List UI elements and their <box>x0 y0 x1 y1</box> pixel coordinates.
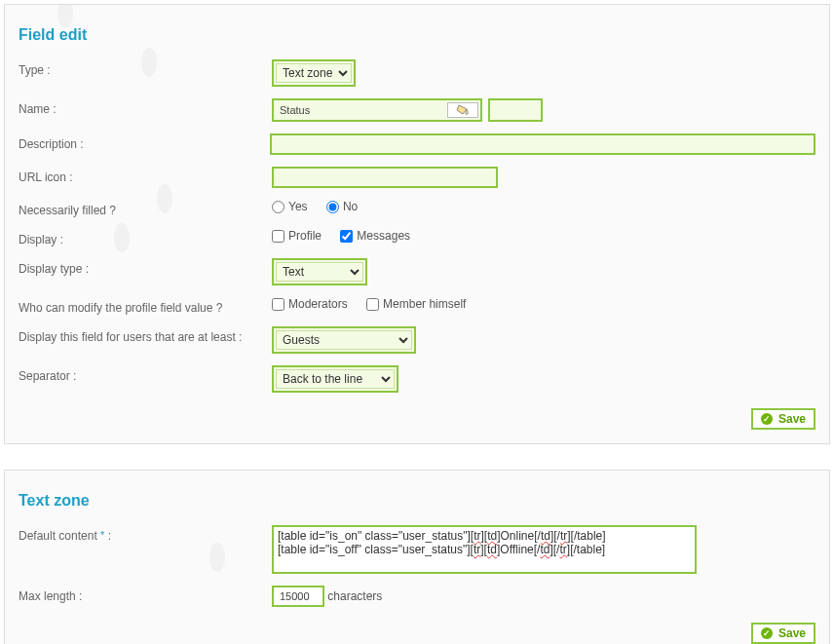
save-button[interactable]: Save <box>751 408 815 430</box>
url-icon-input[interactable] <box>272 167 498 188</box>
label-default-content: Default content * : <box>19 525 272 543</box>
label-display: Display : <box>19 229 272 246</box>
display-level-select[interactable]: Guests <box>276 330 412 350</box>
check-circle-icon <box>761 627 773 639</box>
field-edit-panel: Field edit Type : Text zone Name : <box>4 4 830 444</box>
label-max-length: Max length : <box>19 586 272 603</box>
color-picker-button[interactable] <box>447 102 478 118</box>
checkbox-profile[interactable]: Profile <box>272 229 322 243</box>
svg-marker-0 <box>457 105 467 114</box>
name-input[interactable] <box>274 100 447 120</box>
label-url-icon: URL icon : <box>19 167 272 184</box>
description-input[interactable] <box>270 133 815 155</box>
default-content-textarea[interactable]: [table id="is_on" class="user_status"][t… <box>272 525 697 574</box>
display-type-select[interactable]: Text <box>276 262 363 282</box>
label-separator: Separator : <box>19 365 272 383</box>
required-asterisk-icon: * <box>100 529 104 541</box>
radio-no[interactable]: No <box>326 200 358 213</box>
checkbox-messages[interactable]: Messages <box>340 229 410 243</box>
radio-yes[interactable]: Yes <box>272 200 308 213</box>
panel-title-field-edit: Field edit <box>19 26 815 44</box>
save-button[interactable]: Save <box>751 623 815 644</box>
paint-bucket-icon <box>455 103 471 117</box>
name-color-input[interactable] <box>488 98 543 122</box>
label-description: Description : <box>19 133 270 151</box>
label-display-type: Display type : <box>19 258 272 276</box>
label-type: Type : <box>19 59 272 77</box>
label-who-modify: Who can modify the profile field value ? <box>19 297 272 315</box>
separator-select[interactable]: Back to the line <box>276 369 395 389</box>
check-circle-icon <box>761 413 773 425</box>
type-select[interactable]: Text zone <box>276 63 352 83</box>
label-name: Name : <box>19 98 272 116</box>
text-zone-panel: Text zone Default content * : [table id=… <box>4 470 830 644</box>
checkbox-member[interactable]: Member himself <box>366 297 466 311</box>
label-display-level: Display this field for users that are at… <box>19 326 272 344</box>
max-length-input[interactable] <box>272 586 324 607</box>
characters-label: characters <box>327 589 382 603</box>
panel-title-text-zone: Text zone <box>19 492 815 510</box>
checkbox-moderators[interactable]: Moderators <box>272 297 348 311</box>
label-necessarily: Necessarily filled ? <box>19 200 272 217</box>
